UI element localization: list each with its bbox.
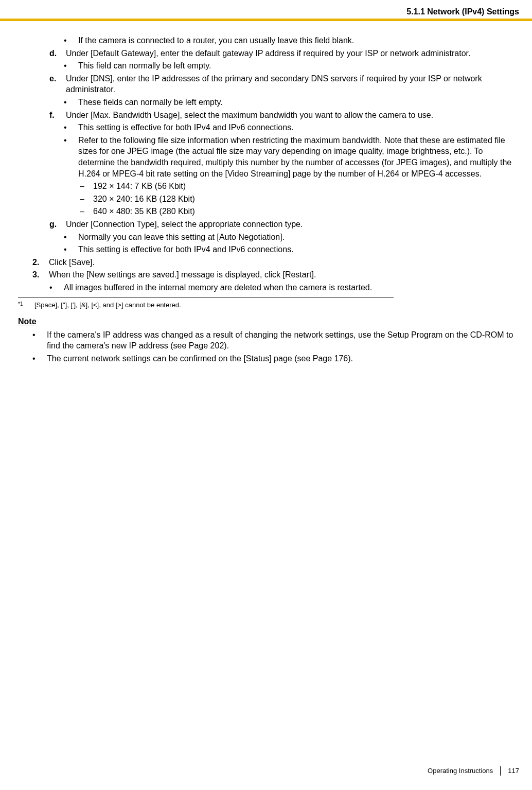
bullet-icon: • (32, 329, 47, 341)
body-text: Under [Max. Bandwidth Usage], select the… (66, 110, 519, 121)
bullet-icon: • (64, 97, 78, 108)
list-item: g. Under [Connection Type], select the a… (18, 219, 519, 230)
list-item: – 640 × 480: 35 KB (280 Kbit) (18, 206, 519, 217)
list-item: e. Under [DNS], enter the IP addresses o… (18, 73, 519, 95)
body-text: All images buffered in the internal memo… (64, 282, 519, 293)
bullet-icon: • (49, 282, 64, 293)
body-text: Normally you can leave this setting at [… (78, 232, 519, 243)
footnote: *1 [Space], ["], ['], [&], [<], and [>] … (18, 301, 519, 310)
section-header: 5.1.1 Network (IPv4) Settings (406, 6, 519, 17)
body-text: 640 × 480: 35 KB (280 Kbit) (93, 206, 519, 217)
dash-icon: – (80, 194, 93, 205)
list-item: • This setting is effective for both IPv… (18, 122, 519, 133)
body-text: Click [Save]. (49, 257, 519, 268)
list-item: • Normally you can leave this setting at… (18, 232, 519, 243)
step-marker-d: d. (49, 48, 66, 59)
list-item: • This setting is effective for both IPv… (18, 244, 519, 255)
bullet-icon: • (64, 232, 78, 243)
body-text: The current network settings can be conf… (47, 353, 519, 364)
list-item: • If the camera is connected to a router… (18, 35, 519, 46)
step-marker-2: 2. (32, 257, 49, 268)
body-text: 192 × 144: 7 KB (56 Kbit) (93, 181, 519, 192)
list-item: – 320 × 240: 16 KB (128 Kbit) (18, 194, 519, 205)
list-item: d. Under [Default Gateway], enter the de… (18, 48, 519, 59)
step-marker-f: f. (49, 110, 66, 121)
list-item: 2. Click [Save]. (18, 257, 519, 268)
body-text: If the camera's IP address was changed a… (47, 329, 519, 352)
bullet-icon: • (64, 122, 78, 133)
body-text: If the camera is connected to a router, … (78, 35, 519, 46)
footer-doc-title: Operating Instructions (428, 766, 493, 776)
list-item: • If the camera's IP address was changed… (18, 329, 519, 352)
note-heading: Note (18, 316, 519, 327)
accent-bar (0, 19, 532, 21)
list-item: • The current network settings can be co… (18, 353, 519, 364)
body-text: These fields can normally be left empty. (78, 97, 519, 108)
bullet-icon: • (32, 353, 47, 364)
list-item: – 192 × 144: 7 KB (56 Kbit) (18, 181, 519, 192)
body-text: Under [DNS], enter the IP addresses of t… (66, 73, 519, 95)
footnote-rule (18, 297, 394, 297)
bullet-icon: • (64, 35, 78, 46)
body-text: This setting is effective for both IPv4 … (78, 122, 519, 133)
body-text: Under [Default Gateway], enter the defau… (66, 48, 519, 59)
step-marker-e: e. (49, 73, 66, 84)
body-text: When the [New settings are saved.] messa… (49, 269, 519, 280)
body-text: This setting is effective for both IPv4 … (78, 244, 519, 255)
list-item: 3. When the [New settings are saved.] me… (18, 269, 519, 280)
body-text: Under [Connection Type], select the appr… (66, 219, 519, 230)
dash-icon: – (80, 206, 93, 217)
list-item: • All images buffered in the internal me… (18, 282, 519, 293)
list-item: f. Under [Max. Bandwidth Usage], select … (18, 110, 519, 121)
page-footer: Operating Instructions 117 (428, 766, 519, 776)
list-item: • This field can normally be left empty. (18, 60, 519, 72)
body-text: This field can normally be left empty. (78, 60, 519, 72)
step-marker-g: g. (49, 219, 66, 230)
bullet-icon: • (64, 60, 78, 72)
bullet-icon: • (64, 135, 78, 146)
body-text: 320 × 240: 16 KB (128 Kbit) (93, 194, 519, 205)
bullet-icon: • (64, 244, 78, 255)
page-content: • If the camera is connected to a router… (18, 35, 519, 365)
body-text: Refer to the following file size informa… (78, 135, 519, 179)
footnote-marker: *1 (18, 301, 34, 310)
step-marker-3: 3. (32, 269, 49, 280)
list-item: • These fields can normally be left empt… (18, 97, 519, 108)
list-item: • Refer to the following file size infor… (18, 135, 519, 179)
dash-icon: – (80, 181, 93, 192)
footer-page-number: 117 (508, 766, 519, 776)
footnote-text: [Space], ["], ['], [&], [<], and [>] can… (34, 301, 519, 310)
footer-separator (500, 766, 501, 776)
